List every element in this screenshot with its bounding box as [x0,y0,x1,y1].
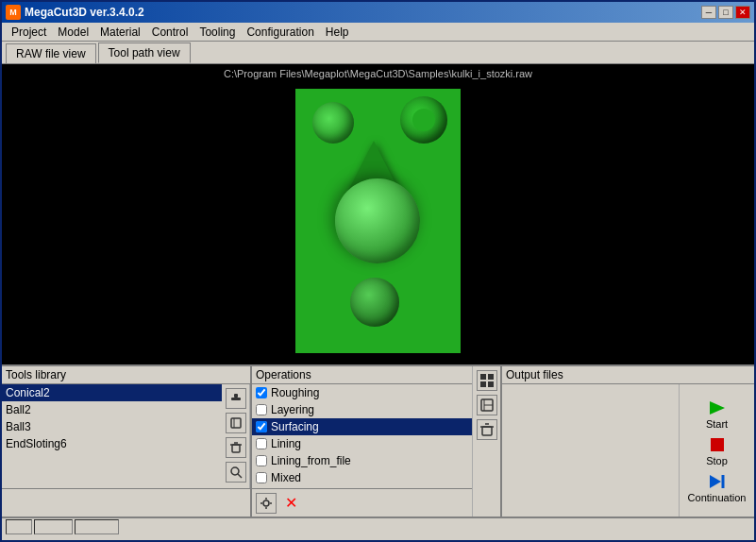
op-checkbox-lining-from-file[interactable] [256,455,267,466]
op-checkbox-layering[interactable] [256,404,267,415]
tools-list: Conical2 Ball2 Ball3 EndSloting6 [2,384,222,488]
ops-icon-btn-2[interactable] [477,395,497,415]
tool-icon-btn-1[interactable] [226,388,246,409]
window-title: MegaCut3D ver.3.4.0.2 [25,6,144,19]
menu-tooling[interactable]: Tooling [193,24,241,41]
op-item-lining-from-file[interactable]: Lining_from_file [252,452,472,469]
ops-icon-panel [472,366,500,517]
tool-icon-btn-4[interactable] [226,462,246,483]
start-label: Start [706,418,728,430]
tool-item-conical2[interactable]: Conical2 [2,384,222,401]
svg-rect-21 [482,427,492,435]
tool-icon-btn-2[interactable] [226,413,246,433]
menu-configuration[interactable]: Configuration [241,24,319,41]
status-segment-1 [6,519,32,534]
tab-raw-file-view[interactable]: RAW file view [6,43,96,63]
svg-rect-4 [232,445,240,452]
tools-bottom-bar [2,488,250,517]
menu-project[interactable]: Project [6,24,52,41]
svg-line-8 [238,474,242,478]
op-item-lining[interactable]: Lining [252,435,472,452]
op-label-surfacing: Surfacing [271,420,319,433]
operations-panel: Operations Roughing Layering Surfacing [252,366,502,517]
op-label-layering: Layering [271,403,314,416]
file-path-label: C:\Program Files\Megaplot\MegaCut3D\Samp… [224,68,532,79]
tools-icon-panel [222,384,250,488]
tool-item-endsloting6[interactable]: EndSloting6 [2,435,222,452]
wrench-icon [229,392,243,405]
book-icon-2 [479,398,495,413]
stop-label: Stop [706,455,728,466]
output-list-area [502,384,679,517]
start-icon [706,398,729,417]
tool-item-ball3[interactable]: Ball3 [2,418,222,435]
svg-marker-24 [710,401,725,415]
svg-point-7 [231,467,239,475]
3d-sphere-large [335,178,420,263]
op-checkbox-roughing[interactable] [256,387,267,398]
op-item-layering[interactable]: Layering [252,401,472,418]
trash-icon [229,441,243,454]
stop-button[interactable]: Stop [706,435,729,466]
close-button[interactable]: ✕ [735,6,750,19]
tools-library-panel: Tools library Conical2 Ball2 Ball3 EndSl… [2,366,252,517]
continuation-label: Continuation [688,492,747,503]
3d-ring-inner [412,109,435,131]
continuation-play-icon [708,473,727,490]
play-icon [708,399,727,416]
tool-item-ball2[interactable]: Ball2 [2,401,222,418]
op-label-lining-from-file: Lining_from_file [271,454,351,467]
minimize-button[interactable]: ─ [701,6,716,19]
status-segment-3 [75,519,119,534]
menu-bar: Project Model Material Control Tooling C… [2,23,754,42]
svg-rect-1 [234,394,238,398]
book-icon [229,416,243,430]
svg-rect-15 [488,374,494,380]
op-checkbox-surfacing[interactable] [256,421,267,432]
tool-icon-btn-3[interactable] [226,437,246,458]
svg-rect-14 [480,374,486,380]
menu-material[interactable]: Material [94,24,146,41]
stop-square-icon [709,436,726,453]
op-item-surfacing[interactable]: Surfacing [252,418,472,435]
ops-settings-icon[interactable] [256,493,277,514]
action-buttons: Start Stop [679,384,754,517]
op-checkbox-lining[interactable] [256,438,267,449]
maximize-button[interactable]: □ [718,6,733,19]
tools-library-title: Tools library [2,366,250,384]
operations-list: Roughing Layering Surfacing Lining [252,384,472,488]
op-label-lining: Lining [271,437,301,450]
status-bar [2,517,754,535]
menu-help[interactable]: Help [320,24,355,41]
ops-icon-btn-1[interactable] [477,370,497,391]
trash-icon-2 [479,422,495,437]
3d-canvas [295,89,461,353]
continuation-button[interactable]: Continuation [688,472,747,503]
title-bar: M MegaCut3D ver.3.4.0.2 ─ □ ✕ [2,2,754,23]
svg-marker-26 [710,475,721,488]
op-checkbox-mixed[interactable] [256,472,267,483]
output-files-panel: Output files Start [502,366,754,517]
tab-tool-path-view[interactable]: Tool path view [98,42,191,63]
op-item-roughing[interactable]: Roughing [252,384,472,401]
ops-icon-btn-3[interactable] [477,419,497,440]
svg-rect-25 [711,438,724,451]
output-files-title: Output files [502,366,754,384]
svg-rect-0 [231,398,241,400]
ops-bottom-bar: ✕ [252,488,472,517]
operations-title: Operations [252,366,472,384]
tab-bar: RAW file view Tool path view [2,42,754,64]
continuation-icon [706,472,729,491]
3d-ring-top-right [400,96,447,144]
op-item-mixed[interactable]: Mixed [252,469,472,486]
grid-icon [479,373,495,388]
status-segment-2 [34,519,73,534]
menu-control[interactable]: Control [146,24,194,41]
main-viewport: C:\Program Files\Megaplot\MegaCut3D\Samp… [2,64,754,364]
menu-model[interactable]: Model [52,24,94,41]
ops-delete-icon[interactable]: ✕ [280,493,301,514]
svg-rect-16 [480,381,486,387]
stop-icon [706,435,729,454]
svg-rect-17 [488,381,494,387]
start-button[interactable]: Start [706,398,729,430]
